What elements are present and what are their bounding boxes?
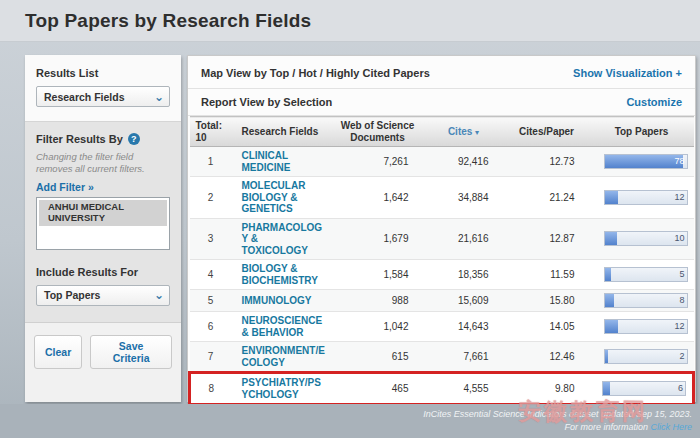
bar-value: 8 — [679, 294, 684, 307]
bar-fill — [605, 320, 619, 333]
table-row: 7 ENVIRONMENT/E COLOGY 615 7,661 12.46 2 — [190, 342, 694, 373]
include-results-select[interactable]: Top Papers ⌄ — [36, 285, 170, 306]
chevron-down-icon: ⌄ — [154, 92, 164, 102]
bar-value: 12 — [674, 191, 684, 204]
include-results-value: Top Papers — [44, 289, 100, 301]
filter-note: Changing the filter field removes all cu… — [36, 151, 170, 175]
cpp-cell: 12.87 — [504, 218, 590, 260]
table-row: 2 MOLECULAR BIOLOGY & GENETICS 1,642 34,… — [190, 177, 694, 219]
top-papers-bar[interactable]: 12 — [604, 319, 688, 334]
cites-cell: 18,356 — [424, 260, 504, 290]
research-field-link[interactable]: ENVIRONMENT/E COLOGY — [236, 345, 325, 368]
save-criteria-button[interactable]: Save Criteria — [90, 335, 172, 369]
bar-value: 78 — [674, 155, 684, 168]
col-cites-per-paper: Cites/Paper — [504, 117, 590, 147]
research-field-link[interactable]: PHARMACOLOG Y & TOXICOLOGY — [236, 222, 323, 257]
col-research-fields: Research Fields — [232, 117, 332, 147]
map-view-title: Map View by Top / Hot / Highly Cited Pap… — [201, 67, 430, 79]
sort-caret-down-icon: ▾ — [475, 128, 479, 137]
bar-value: 12 — [674, 320, 684, 333]
cites-cell: 92,416 — [424, 147, 504, 177]
wos-cell: 1,042 — [332, 312, 424, 342]
results-list-label: Results List — [36, 67, 170, 79]
top-papers-bar[interactable]: 10 — [604, 231, 688, 246]
research-field-link[interactable]: CLINICAL MEDICINE — [236, 150, 291, 173]
add-filter-link[interactable]: Add Filter » — [36, 181, 94, 193]
wos-cell: 1,679 — [332, 218, 424, 260]
research-field-link[interactable]: BIOLOGY & BIOCHEMISTRY — [236, 263, 318, 286]
results-list-select[interactable]: Research Fields ⌄ — [36, 86, 170, 107]
results-list-value: Research Fields — [44, 91, 125, 103]
sidebar-buttons: Clear Save Criteria — [25, 323, 181, 381]
col-wos-documents: Web of Science Documents — [332, 117, 424, 147]
wos-cell: 988 — [332, 290, 424, 312]
wos-cell: 615 — [332, 342, 424, 373]
bar-fill — [603, 382, 610, 395]
top-papers-bar[interactable]: 2 — [604, 349, 688, 364]
col-top-papers: Top Papers — [590, 117, 694, 147]
wos-cell: 465 — [332, 373, 424, 405]
cpp-cell: 12.73 — [504, 147, 590, 177]
cpp-cell: 9.80 — [504, 373, 590, 405]
cites-cell: 7,661 — [424, 342, 504, 373]
cites-cell: 14,643 — [424, 312, 504, 342]
bar-value: 2 — [679, 350, 684, 363]
cites-cell: 21,616 — [424, 218, 504, 260]
wos-cell: 1,584 — [332, 260, 424, 290]
rank-cell: 2 — [190, 177, 232, 219]
cpp-cell: 15.80 — [504, 290, 590, 312]
bar-fill — [605, 155, 684, 168]
table-row: 6 NEUROSCIENCE & BEHAVIOR 1,042 14,643 1… — [190, 312, 694, 342]
bar-fill — [605, 191, 619, 204]
results-table: Total: 10 Research Fields Web of Science… — [188, 116, 695, 438]
table-row: 3 PHARMACOLOG Y & TOXICOLOGY 1,679 21,61… — [190, 218, 694, 260]
help-icon[interactable]: ? — [128, 133, 140, 145]
col-total: Total: 10 — [190, 117, 232, 147]
rank-cell: 1 — [190, 147, 232, 177]
table-row-highlighted: 8 PSYCHIATRY/PS YCHOLOGY 465 4,555 9.80 … — [190, 373, 694, 405]
chevron-down-icon: ⌄ — [154, 290, 164, 300]
wos-cell: 1,642 — [332, 177, 424, 219]
research-field-link[interactable]: PSYCHIATRY/PS YCHOLOGY — [236, 377, 321, 400]
bar-fill — [605, 268, 612, 281]
customize-link[interactable]: Customize — [626, 96, 682, 108]
top-papers-bar[interactable]: 6 — [602, 381, 686, 396]
rank-cell: 6 — [190, 312, 232, 342]
sidebar: Results List Research Fields ⌄ Filter Re… — [25, 55, 181, 402]
cites-cell: 4,555 — [424, 373, 504, 405]
page-header: Top Papers by Research Fields — [0, 0, 700, 42]
top-papers-bar[interactable]: 8 — [604, 293, 688, 308]
map-view-bar: Map View by Top / Hot / Highly Cited Pap… — [188, 56, 695, 89]
cites-cell: 34,884 — [424, 177, 504, 219]
cpp-cell: 14.05 — [504, 312, 590, 342]
rank-cell: 7 — [190, 342, 232, 373]
content: Results List Research Fields ⌄ Filter Re… — [25, 55, 696, 402]
results-list-section: Results List Research Fields ⌄ — [25, 55, 181, 122]
filter-listbox[interactable]: ANHUI MEDICAL UNIVERSITY — [36, 197, 170, 250]
page-title: Top Papers by Research Fields — [25, 10, 311, 32]
more-info-text: For more information — [564, 422, 650, 432]
cpp-cell: 12.46 — [504, 342, 590, 373]
research-field-link[interactable]: NEUROSCIENCE & BEHAVIOR — [236, 315, 323, 338]
include-results-label: Include Results For — [36, 266, 170, 278]
research-field-link[interactable]: IMMUNOLOGY — [236, 295, 312, 307]
top-papers-bar[interactable]: 5 — [604, 267, 688, 282]
clear-button[interactable]: Clear — [34, 335, 82, 369]
top-papers-bar[interactable]: 12 — [604, 190, 688, 205]
show-visualization-link[interactable]: Show Visualization + — [573, 67, 682, 79]
top-papers-bar[interactable]: 78 — [604, 154, 688, 169]
bar-value: 10 — [674, 232, 684, 245]
table-row: 1 CLINICAL MEDICINE 7,261 92,416 12.73 7… — [190, 147, 694, 177]
dataset-updated-note: InCites Essential Science Indicators dat… — [0, 408, 692, 421]
report-view-title: Report View by Selection — [201, 96, 332, 108]
click-here-link[interactable]: Click Here — [650, 422, 692, 432]
filter-selected-item[interactable]: ANHUI MEDICAL UNIVERSITY — [39, 200, 167, 226]
rank-cell: 4 — [190, 260, 232, 290]
more-info-note: For more information Click Here — [0, 421, 692, 434]
rank-cell: 8 — [190, 373, 232, 405]
rank-cell: 3 — [190, 218, 232, 260]
bar-value: 5 — [679, 268, 684, 281]
research-field-link[interactable]: MOLECULAR BIOLOGY & GENETICS — [236, 180, 306, 215]
cpp-cell: 11.59 — [504, 260, 590, 290]
col-cites-sort[interactable]: Cites ▾ — [424, 117, 504, 147]
